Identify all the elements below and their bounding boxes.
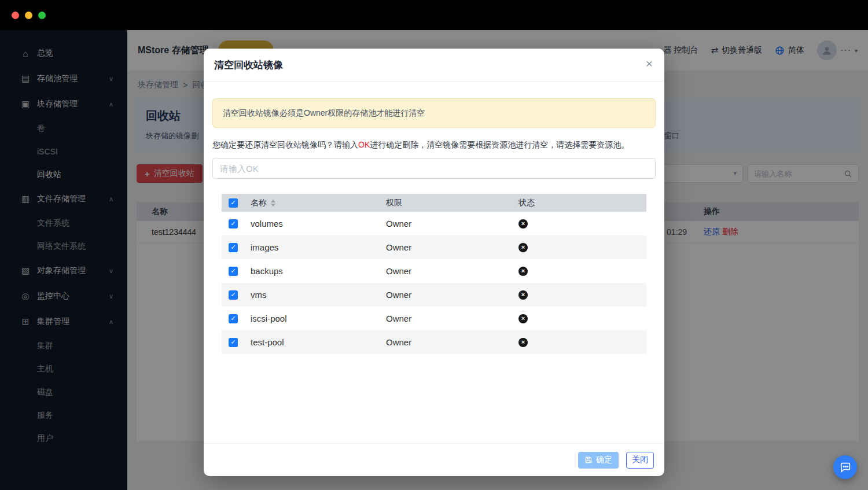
pool-row[interactable]: ✓ backups Owner × (222, 259, 646, 283)
pool-status-cell: × (513, 243, 646, 252)
confirm-message-after: 进行确定删除，清空镜像需要根据资源池进行清空，请选择需要资源池。 (370, 140, 629, 149)
error-status-icon: × (518, 290, 528, 300)
row-checkbox[interactable]: ✓ (229, 290, 238, 300)
close-button[interactable]: 关闭 (626, 452, 654, 469)
pool-status-cell: × (513, 314, 646, 323)
confirm-message-before: 您确定要还原清空回收站镜像吗？请输入 (212, 140, 358, 149)
modal-title: 清空回收站镜像 (214, 58, 283, 72)
empty-recycle-modal: 清空回收站镜像 × 清空回收站镜像必须是Owner权限的存储池才能进行清空 您确… (204, 49, 664, 476)
pool-name-cell: test-pool (245, 337, 380, 347)
check-icon: ✓ (230, 338, 236, 346)
ok-confirm-input[interactable] (212, 158, 656, 179)
row-checkbox[interactable]: ✓ (229, 243, 238, 252)
row-checkbox[interactable]: ✓ (229, 219, 238, 229)
pool-row[interactable]: ✓ volumes Owner × (222, 212, 646, 235)
error-status-icon: × (518, 314, 528, 323)
window-minimize-button[interactable] (25, 12, 32, 19)
pool-row[interactable]: ✓ vms Owner × (222, 283, 646, 307)
column-header-permission: 权限 (380, 198, 513, 208)
pool-name-cell: backups (245, 266, 380, 276)
pool-status-cell: × (513, 267, 646, 276)
confirm-button[interactable]: 确定 (578, 452, 619, 469)
pool-name-cell: volumes (245, 219, 380, 229)
row-checkbox[interactable]: ✓ (229, 314, 238, 323)
select-all-cell: ✓ (222, 198, 245, 208)
modal-body: 清空回收站镜像必须是Owner权限的存储池才能进行清空 您确定要还原清空回收站镜… (204, 82, 664, 443)
pool-perm-cell: Owner (380, 266, 513, 276)
close-icon[interactable]: × (646, 57, 653, 69)
check-icon: ✓ (230, 220, 236, 227)
modal-footer: 确定 关闭 (204, 443, 664, 476)
save-icon (584, 456, 593, 464)
pool-status-cell: × (513, 219, 646, 229)
pool-name-cell: iscsi-pool (245, 314, 380, 323)
check-icon: ✓ (230, 199, 236, 207)
column-header-name[interactable]: 名称 (245, 198, 380, 208)
window-zoom-button[interactable] (38, 12, 46, 19)
pool-row[interactable]: ✓ test-pool Owner × (222, 330, 646, 354)
pool-table: ✓ 名称 权限 状态 ✓ volumes Owner × ✓ (222, 194, 646, 354)
window-close-button[interactable] (12, 12, 19, 19)
error-status-icon: × (518, 243, 528, 252)
row-checkbox[interactable]: ✓ (229, 267, 238, 276)
column-header-status: 状态 (513, 198, 646, 208)
error-status-icon: × (518, 219, 528, 229)
modal-header: 清空回收站镜像 × (204, 49, 664, 82)
chat-widget-button[interactable] (833, 455, 857, 479)
check-icon: ✓ (230, 267, 236, 275)
error-status-icon: × (518, 267, 528, 276)
chat-icon (839, 461, 852, 474)
check-icon: ✓ (230, 244, 236, 251)
warning-alert-text: 清空回收站镜像必须是Owner权限的存储池才能进行清空 (223, 108, 425, 119)
pool-status-cell: × (513, 338, 646, 347)
pool-perm-cell: Owner (380, 290, 513, 300)
pool-status-cell: × (513, 290, 646, 300)
sort-icon[interactable] (271, 200, 275, 207)
pool-perm-cell: Owner (380, 219, 513, 229)
warning-alert: 清空回收站镜像必须是Owner权限的存储池才能进行清空 (212, 98, 656, 128)
confirm-ok-keyword: OK (358, 140, 370, 149)
row-checkbox[interactable]: ✓ (229, 338, 238, 347)
pool-perm-cell: Owner (380, 242, 513, 252)
pool-table-header: ✓ 名称 权限 状态 (222, 194, 646, 212)
pool-name-cell: vms (245, 290, 380, 300)
pool-perm-cell: Owner (380, 337, 513, 347)
check-icon: ✓ (230, 315, 236, 322)
screen: ⌂ 总览 ▤ 存储池管理 ∨ ▣ 块存储管理 ∧ 卷 iSCSI 回收站 (0, 0, 868, 490)
error-status-icon: × (518, 338, 528, 347)
select-all-checkbox[interactable]: ✓ (229, 198, 238, 208)
close-button-label: 关闭 (632, 455, 648, 464)
pool-row[interactable]: ✓ iscsi-pool Owner × (222, 307, 646, 330)
pool-perm-cell: Owner (380, 314, 513, 323)
check-icon: ✓ (230, 291, 236, 299)
pool-name-cell: images (245, 242, 380, 252)
window-titlebar (0, 0, 868, 30)
confirm-button-label: 确定 (596, 455, 612, 465)
pool-row[interactable]: ✓ images Owner × (222, 235, 646, 259)
confirm-message: 您确定要还原清空回收站镜像吗？请输入OK进行确定删除，清空镜像需要根据资源池进行… (212, 140, 656, 150)
